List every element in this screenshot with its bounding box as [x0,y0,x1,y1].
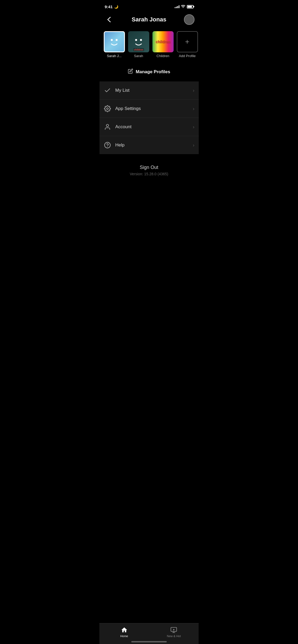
profile-name-add: Add Profile [179,54,196,58]
profile-name-children: Children [156,54,169,58]
menu-item-my-list[interactable]: My List › [100,81,199,100]
profile-name-sarah-j: Sarah J... [107,54,122,58]
help-label: Help [115,142,125,148]
status-icons [175,5,193,9]
profile-item-children[interactable]: children Children [152,31,174,58]
avatar[interactable] [184,14,195,25]
svg-point-1 [111,39,113,41]
menu-item-app-settings[interactable]: App Settings › [100,100,199,118]
svg-point-0 [183,7,183,8]
menu-left-help: Help [104,141,125,149]
menu-left-account: Account [104,123,132,131]
menu-left-my-list: My List [104,87,130,94]
profile-avatar-add[interactable]: + [177,31,198,52]
svg-point-2 [116,39,118,41]
header: Sarah Jonas [100,12,199,29]
sign-out-button[interactable]: Sign Out [104,165,195,170]
children-text: children [156,40,170,44]
chevron-right-account: › [193,124,195,130]
pencil-icon [128,68,133,75]
gear-icon [104,105,111,112]
profile-name-sarah: Sarah [134,54,143,58]
bottom-section: Sign Out Version: 15.28.0 (4365) [100,154,199,181]
manage-profiles-button[interactable]: Manage Profiles [100,64,199,79]
profile-avatar-sarah-j[interactable] [104,31,125,52]
profile-avatar-sarah[interactable]: children [128,31,149,52]
chevron-right-help: › [193,142,195,148]
my-list-label: My List [115,88,130,93]
menu-left-app-settings: App Settings [104,105,141,112]
chevron-right-my-list: › [193,88,195,93]
svg-point-5 [106,108,108,110]
profile-item-sarah-j[interactable]: Sarah J... [104,31,125,58]
wifi-icon [181,5,185,9]
version-text: Version: 15.28.0 (4365) [104,172,195,176]
checkmark-icon [104,87,111,94]
question-icon [104,141,111,149]
back-button[interactable] [104,14,114,25]
page-title: Sarah Jonas [114,16,184,23]
status-time: 9:41 [105,4,113,9]
menu-item-account[interactable]: Account › [100,118,199,136]
profile-item-add[interactable]: + Add Profile [177,31,198,58]
moon-icon: 🌙 [114,5,118,9]
svg-point-3 [135,39,137,41]
svg-point-6 [106,124,109,127]
menu-section: My List › App Settings › Account [100,81,199,154]
svg-point-4 [140,39,142,41]
plus-icon: + [185,38,189,45]
battery-icon [187,5,193,8]
manage-profiles-label: Manage Profiles [136,69,170,75]
menu-item-help[interactable]: Help › [100,136,199,154]
signal-icon [175,5,179,8]
profile-item-sarah[interactable]: children Sarah [128,31,149,58]
app-settings-label: App Settings [115,106,141,111]
profiles-section: Sarah J... children Sarah children Child… [100,29,199,63]
profiles-grid: Sarah J... children Sarah children Child… [104,31,195,58]
person-icon [104,123,111,131]
chevron-right-app-settings: › [193,106,195,112]
account-label: Account [115,124,132,130]
profile-avatar-children[interactable]: children [152,31,174,52]
status-bar: 9:41 🌙 [100,0,199,12]
children-badge: children [133,48,144,51]
